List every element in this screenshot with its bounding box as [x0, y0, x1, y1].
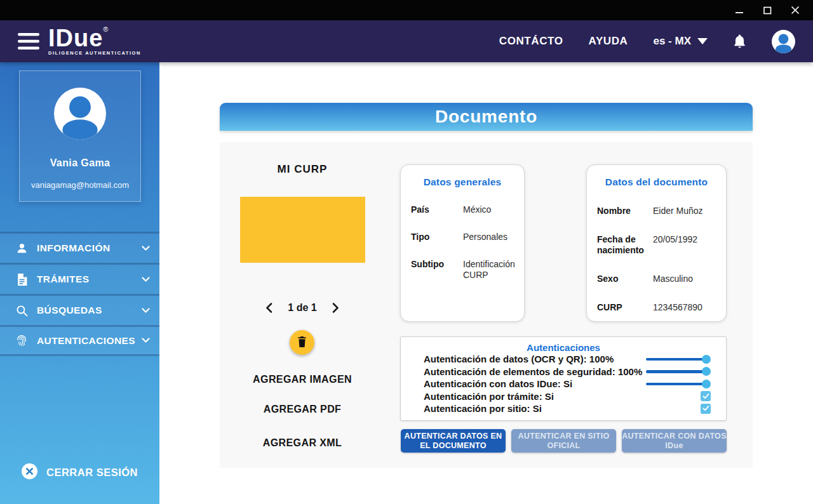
profile-avatar: [54, 88, 106, 140]
data-row: País México: [411, 204, 514, 215]
auth-row: Autenticación de elementos de seguridad:…: [401, 366, 726, 378]
data-row: Tipo Personales: [411, 232, 514, 242]
hamburger-menu-icon[interactable]: [18, 33, 39, 50]
language-value: es - MX: [653, 35, 691, 48]
language-selector[interactable]: es - MX: [653, 35, 708, 48]
chevron-down-icon: [142, 246, 150, 251]
fingerprint-icon: [15, 335, 28, 347]
page-title: Documento: [435, 107, 537, 127]
sidebar-item-label: TRÁMITES: [37, 274, 89, 285]
documento-header: Documento: [220, 103, 753, 131]
autenticar-datos-documento-button[interactable]: AUTENTICAR DATOS EN EL DOCUMENTO: [401, 429, 506, 453]
sidebar-item-informacion[interactable]: INFORMACIÓN: [0, 232, 159, 263]
document-viewer: MI CURP 1 de 1 AGREGAR IMAGEN AGREGAR PD…: [220, 142, 385, 468]
app-header: IDue® DILIGENCE AUTHENTICATION CONTÁCTO …: [0, 20, 813, 62]
document-icon: [15, 274, 28, 286]
sidebar-menu: INFORMACIÓN TRÁMITES BÚSQUEDAS: [0, 232, 159, 356]
tramite-checkbox[interactable]: [701, 391, 711, 401]
document-image-placeholder[interactable]: [240, 197, 365, 263]
document-name: MI CURP: [220, 163, 385, 176]
window-titlebar: [0, 0, 813, 20]
chevron-down-icon: [142, 338, 150, 343]
add-image-button[interactable]: AGREGAR IMAGEN: [220, 374, 385, 385]
datos-documento-card: Datos del documento Nombre Eider Muñoz F…: [586, 164, 727, 322]
row-label: País: [411, 204, 457, 215]
row-value: Eider Muñoz: [653, 206, 703, 216]
sidebar-item-tramites[interactable]: TRÁMITES: [0, 263, 159, 294]
idue-data-slider[interactable]: [646, 380, 711, 388]
sidebar-item-label: BÚSQUEDAS: [37, 305, 102, 316]
logo-tagline: DILIGENCE AUTHENTICATION: [48, 50, 141, 56]
autenticar-sitio-oficial-button[interactable]: AUTENTICAR EN SITIO OFICIAL: [511, 429, 616, 453]
card-title: Autenticaciones: [401, 342, 726, 353]
pagination: 1 de 1: [220, 302, 385, 314]
row-value: México: [463, 204, 491, 215]
autenticar-datos-idue-button[interactable]: AUTENTICAR CON DATOS IDue: [622, 429, 727, 453]
auth-label: Autenticación con datos IDue: Si: [424, 378, 572, 389]
auth-label: Autenticación por trámite: Si: [424, 391, 554, 402]
data-row: Sexo Masculino: [597, 274, 716, 284]
trash-icon: [297, 336, 307, 349]
row-value: 20/05/1992: [653, 234, 697, 256]
data-row: CURP 1234567890: [597, 302, 716, 313]
add-xml-button[interactable]: AGREGAR XML: [220, 437, 385, 449]
row-value: Masculino: [653, 274, 693, 284]
profile-email: vaniagamag@hotmail.com: [31, 180, 129, 190]
app-logo: IDue® DILIGENCE AUTHENTICATION: [48, 27, 141, 56]
nav-help-link[interactable]: AYUDA: [589, 35, 628, 48]
datos-generales-card: Datos generales País México Tipo Persona…: [400, 164, 525, 322]
previous-page-icon[interactable]: [265, 303, 272, 313]
row-label: Tipo: [411, 232, 457, 242]
search-icon: [15, 305, 28, 317]
auth-label: Autenticación de elementos de seguridad:…: [424, 366, 642, 377]
delete-document-button[interactable]: [290, 330, 314, 355]
sidebar-item-busquedas[interactable]: BÚSQUEDAS: [0, 294, 159, 325]
sidebar-item-label: AUTENTICACIONES: [37, 335, 135, 347]
sitio-checkbox[interactable]: [701, 404, 711, 414]
autenticaciones-card: Autenticaciones Autenticación de datos (…: [400, 336, 727, 421]
row-value: 1234567890: [653, 302, 702, 313]
close-circle-icon: [22, 463, 37, 482]
data-row: Fecha de nacimiento 20/05/1992: [597, 234, 716, 256]
ocr-qr-slider[interactable]: [646, 355, 711, 364]
next-page-icon[interactable]: [332, 303, 339, 313]
add-pdf-button[interactable]: AGREGAR PDF: [220, 404, 385, 415]
security-elements-slider[interactable]: [646, 367, 711, 376]
auth-label: Autenticación de datos (OCR y QR): 100%: [424, 354, 614, 364]
logo-text: IDue: [48, 25, 103, 51]
auth-label: Autenticación por sitio: Si: [424, 403, 542, 414]
sidebar: Vania Gama vaniagamag@hotmail.com INFORM…: [0, 62, 159, 504]
auth-row: Autenticación por trámite: Si: [401, 390, 726, 403]
close-button[interactable]: [790, 5, 800, 15]
sidebar-item-autenticaciones[interactable]: AUTENTICACIONES: [0, 325, 159, 356]
chevron-down-icon: [697, 38, 708, 44]
logout-button[interactable]: CERRAR SESIÓN: [22, 463, 138, 482]
page-indicator: 1 de 1: [288, 302, 316, 314]
card-title: Datos del documento: [597, 176, 716, 188]
profile-name: Vania Gama: [50, 157, 111, 169]
chevron-down-icon: [142, 308, 150, 314]
row-label: Fecha de nacimiento: [597, 234, 647, 256]
auth-row: Autenticación de datos (OCR y QR): 100%: [401, 353, 726, 366]
auth-row: Autenticación con datos IDue: Si: [401, 378, 726, 390]
row-label: Sexo: [597, 274, 647, 284]
nav-contact-link[interactable]: CONTÁCTO: [499, 35, 563, 48]
row-label: Subtipo: [411, 259, 457, 281]
documento-panel: MI CURP 1 de 1 AGREGAR IMAGEN AGREGAR PD…: [220, 142, 753, 468]
minimize-button[interactable]: [734, 5, 744, 15]
auth-row: Autenticación por sitio: Si: [401, 402, 726, 415]
chevron-down-icon: [142, 277, 150, 282]
notifications-bell-icon[interactable]: [733, 34, 746, 49]
profile-card: Vania Gama vaniagamag@hotmail.com: [19, 70, 141, 202]
person-icon: [15, 242, 28, 255]
registered-mark: ®: [103, 25, 108, 33]
data-row: Nombre Eider Muñoz: [597, 206, 716, 216]
user-avatar[interactable]: [772, 30, 795, 53]
sidebar-item-label: INFORMACIÓN: [37, 242, 110, 254]
row-label: Nombre: [597, 206, 647, 216]
card-title: Datos generales: [411, 176, 514, 188]
row-value: Personales: [463, 232, 507, 242]
row-value: Identificación CURP: [463, 259, 515, 281]
logout-label: CERRAR SESIÓN: [46, 467, 138, 479]
maximize-button[interactable]: [762, 5, 772, 15]
